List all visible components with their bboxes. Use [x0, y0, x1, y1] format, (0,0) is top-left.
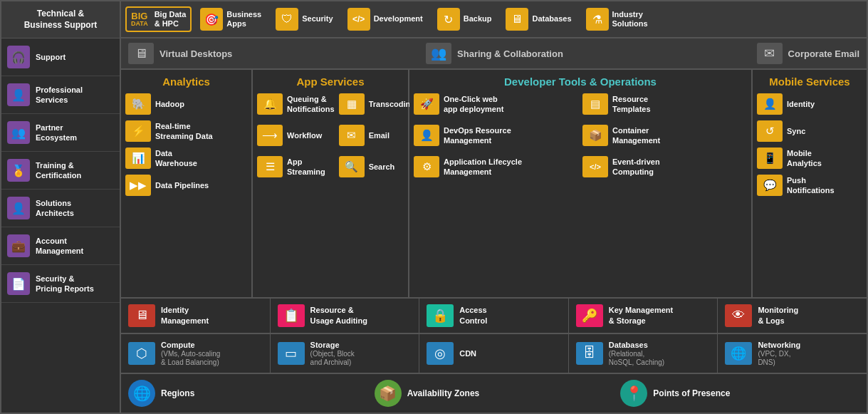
sidebar-item-professional-services[interactable]: 👤 Professional Services: [1, 76, 120, 114]
push-notifications-icon: 💬: [757, 175, 783, 196]
search-item[interactable]: 🔍 Search: [339, 156, 415, 177]
resource-templates-icon: ▤: [582, 93, 608, 115]
professional-services-icon: 👤: [7, 83, 30, 106]
developer-tools-column: Developer Tools & Operations 🚀 One-Click…: [409, 70, 753, 297]
monitoring-logs-label: Monitoring & Logs: [758, 305, 798, 326]
compute-icon: ⬡: [128, 342, 155, 365]
transcoding-item[interactable]: ▦ Transcoding: [339, 93, 415, 115]
mobile-analytics-item[interactable]: 📱 Mobile Analytics: [757, 148, 862, 169]
nav-item-backup[interactable]: ↻ Backup: [432, 4, 498, 34]
app-streaming-item[interactable]: ☰ App Streaming: [257, 156, 335, 177]
points-of-presence-item[interactable]: 📍 Points of Presence: [620, 380, 859, 407]
data-pipelines-label: Data Pipelines: [155, 180, 209, 190]
virtual-desktops-icon: 🖥: [128, 43, 154, 64]
compute-item[interactable]: ⬡ Compute (VMs, Auto-scaling& Load Balan…: [121, 334, 271, 373]
nav-item-industry-solutions[interactable]: ⚗ IndustrySolutions: [580, 4, 654, 34]
search-icon: 🔍: [339, 156, 365, 177]
databases-infra-icon: 🗄: [576, 342, 603, 365]
middle-section: Analytics 🐘 Hadoop ⚡ Real-time Streaming…: [121, 70, 867, 299]
compute-label: Compute: [161, 340, 220, 350]
identity-item[interactable]: 👤 Identity: [757, 93, 862, 115]
partner-ecosystem-label: Partner Ecosystem: [36, 123, 77, 143]
one-click-web-label: One-Click web app deployment: [444, 94, 503, 115]
hadoop-item[interactable]: 🐘 Hadoop: [125, 93, 247, 115]
sharing-collaboration-icon: 👥: [426, 43, 451, 64]
professional-services-label: Professional Services: [36, 85, 83, 105]
sync-icon: ↺: [757, 120, 783, 142]
networking-icon: 🌐: [725, 342, 752, 365]
push-notifications-label: Push Notifications: [787, 175, 835, 196]
virtual-desktops-item[interactable]: 🖥 Virtual Desktops: [128, 43, 232, 64]
sharing-collaboration-item[interactable]: 👥 Sharing & Collaboration: [426, 43, 563, 64]
devops-resource-label: DevOps Resource Management: [444, 125, 511, 146]
developer-tools-grid: 🚀 One-Click web app deployment ▤ Resourc…: [414, 93, 747, 183]
security-nav-icon: 🛡: [276, 8, 298, 31]
availability-zones-item[interactable]: 📦 Availability Zones: [375, 380, 614, 407]
data-warehouse-icon: 📊: [125, 148, 151, 169]
event-driven-label: Event-driven Computing: [612, 157, 660, 177]
storage-item[interactable]: ▭ Storage (Object, Blockand Archival): [271, 334, 420, 373]
industry-solutions-icon: ⚗: [586, 8, 609, 31]
one-click-web-item[interactable]: 🚀 One-Click web app deployment: [414, 93, 578, 115]
nav-item-business-apps[interactable]: 🎯 BusinessApps: [194, 4, 267, 34]
footer-row: 🌐 Regions 📦 Availability Zones 📍 Points …: [121, 374, 867, 413]
email-icon: ✉: [339, 125, 365, 146]
search-label: Search: [369, 162, 395, 172]
container-management-item[interactable]: 📦 Container Management: [582, 125, 747, 146]
resource-templates-item[interactable]: ▤ Resource Templates: [582, 93, 747, 115]
networking-label: Networking: [758, 340, 800, 350]
event-driven-item[interactable]: </> Event-driven Computing: [582, 156, 747, 177]
business-apps-icon: 🎯: [200, 8, 223, 31]
realtime-streaming-label: Real-time Streaming Data: [155, 121, 213, 142]
sidebar-item-security-pricing[interactable]: 📄 Security & Pricing Reports: [1, 265, 120, 303]
sidebar-header: Technical & Business Support: [1, 1, 120, 38]
top-nav: BIG DATA Big Data& HPC 🎯 BusinessApps 🛡 …: [121, 1, 867, 38]
workflow-label: Workflow: [287, 130, 322, 140]
sidebar-item-support[interactable]: 🎧 Support: [1, 38, 120, 76]
sidebar-item-training-certification[interactable]: 🏅 Training & Certification: [1, 152, 120, 190]
workflow-item[interactable]: ⟶ Workflow: [257, 125, 335, 146]
cdn-icon: ◎: [427, 342, 454, 365]
sidebar-item-solutions-architects[interactable]: 👤 Solutions Architects: [1, 190, 120, 227]
corporate-email-item[interactable]: ✉ Corporate Email: [757, 43, 859, 64]
infra-row: ⬡ Compute (VMs, Auto-scaling& Load Balan…: [121, 334, 867, 374]
access-control-item[interactable]: 🔒 Access Control: [419, 299, 569, 333]
nav-item-databases[interactable]: 🖥 Databases: [500, 4, 577, 34]
sync-label: Sync: [787, 126, 805, 136]
data-warehouse-item[interactable]: 📊 Data Warehouse: [125, 148, 247, 169]
account-management-label: Account Management: [36, 236, 83, 257]
regions-item[interactable]: 🌐 Regions: [128, 380, 367, 407]
identity-management-item[interactable]: 🖥 Identity Management: [121, 299, 271, 333]
storage-label: Storage: [310, 340, 355, 350]
nav-item-bigdata[interactable]: BIG DATA Big Data& HPC: [125, 6, 192, 32]
workflow-icon: ⟶: [257, 125, 283, 146]
key-management-item[interactable]: 🔑 Key Management & Storage: [569, 299, 718, 333]
security-pricing-icon: 📄: [7, 272, 30, 295]
account-management-icon: 💼: [7, 234, 30, 257]
databases-infra-label: Databases: [609, 340, 664, 350]
nav-item-development[interactable]: </> Development: [342, 4, 429, 34]
app-services-grid: 🔔 Queuing & Notifications ▦ Transcoding …: [257, 93, 404, 183]
key-management-icon: 🔑: [576, 304, 603, 327]
queuing-notifications-item[interactable]: 🔔 Queuing & Notifications: [257, 93, 335, 115]
container-management-label: Container Management: [612, 125, 660, 146]
sync-item[interactable]: ↺ Sync: [757, 120, 862, 142]
monitoring-logs-item[interactable]: 👁 Monitoring & Logs: [718, 299, 867, 333]
devops-resource-item[interactable]: 👤 DevOps Resource Management: [414, 125, 578, 146]
realtime-streaming-item[interactable]: ⚡ Real-time Streaming Data: [125, 120, 247, 142]
sidebar-item-partner-ecosystem[interactable]: 👥 Partner Ecosystem: [1, 114, 120, 152]
storage-icon: ▭: [278, 342, 305, 365]
nav-item-security[interactable]: 🛡 Security: [270, 4, 338, 34]
cdn-item[interactable]: ◎ CDN: [419, 334, 569, 373]
push-notifications-item[interactable]: 💬 Push Notifications: [757, 175, 862, 196]
databases-infra-item[interactable]: 🗄 Databases (Relational,NoSQL, Caching): [569, 334, 718, 373]
app-lifecycle-item[interactable]: ⚙ Application Lifecycle Management: [414, 156, 578, 177]
sidebar-item-account-management[interactable]: 💼 Account Management: [1, 227, 120, 265]
sidebar: Technical & Business Support 🎧 Support 👤…: [1, 1, 121, 413]
data-pipelines-item[interactable]: ▶▶ Data Pipelines: [125, 175, 247, 196]
app-lifecycle-label: Application Lifecycle Management: [444, 157, 522, 177]
resource-usage-auditing-item[interactable]: 📋 Resource & Usage Auditing: [271, 299, 420, 333]
email-item[interactable]: ✉ Email: [339, 125, 415, 146]
virtual-desktops-label: Virtual Desktops: [160, 48, 232, 59]
networking-item[interactable]: 🌐 Networking (VPC, DX,DNS): [718, 334, 867, 373]
